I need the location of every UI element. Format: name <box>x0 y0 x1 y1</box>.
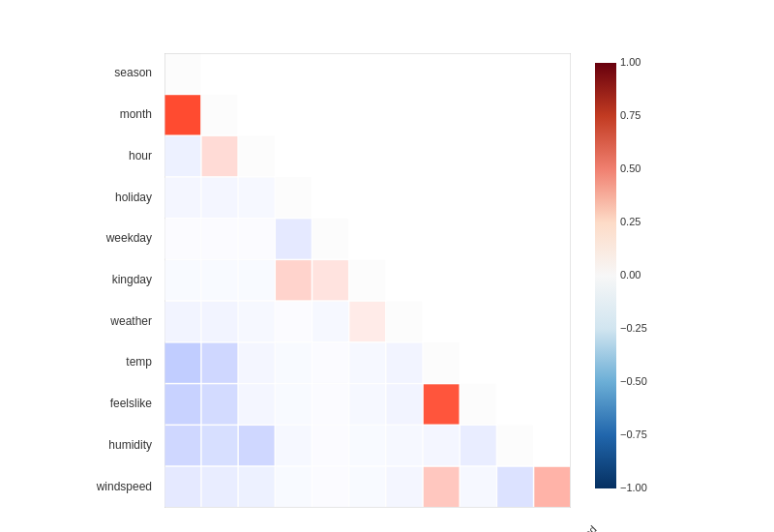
svg-rect-102 <box>424 384 460 424</box>
colorbar-tick-0.75: 0.75 <box>620 109 640 121</box>
colorbar-tick-0.25: 0.25 <box>620 216 640 227</box>
svg-rect-14 <box>313 219 348 259</box>
svg-rect-114 <box>239 467 275 507</box>
svg-rect-107 <box>313 426 348 465</box>
svg-rect-35 <box>423 342 459 383</box>
svg-rect-94 <box>387 343 423 383</box>
svg-rect-115 <box>276 467 312 507</box>
svg-rect-88 <box>165 343 201 383</box>
svg-rect-101 <box>387 384 423 424</box>
svg-rect-54 <box>497 426 533 466</box>
svg-rect-20 <box>349 260 385 301</box>
svg-rect-95 <box>165 384 201 424</box>
svg-rect-98 <box>276 384 312 424</box>
svg-rect-92 <box>313 343 348 383</box>
svg-rect-86 <box>313 302 348 341</box>
svg-rect-103 <box>165 426 201 465</box>
svg-rect-84 <box>239 302 275 341</box>
svg-rect-2 <box>201 95 237 135</box>
svg-rect-97 <box>239 384 275 424</box>
svg-rect-93 <box>349 343 385 383</box>
svg-rect-99 <box>313 384 348 424</box>
y-label-kingday: kingday <box>112 274 152 285</box>
svg-rect-96 <box>202 384 238 424</box>
svg-rect-71 <box>202 178 238 218</box>
svg-rect-79 <box>239 260 275 300</box>
svg-rect-80 <box>276 260 312 300</box>
svg-rect-121 <box>497 467 533 507</box>
svg-rect-9 <box>276 177 312 218</box>
svg-rect-117 <box>349 467 385 507</box>
svg-rect-75 <box>239 219 275 258</box>
svg-rect-87 <box>349 302 385 341</box>
colorbar-tick-−0.25: −0.25 <box>620 322 647 334</box>
svg-rect-0 <box>164 53 200 94</box>
y-label-holiday: holiday <box>115 192 152 203</box>
colorbar-tick-1.00: 1.00 <box>620 56 640 68</box>
svg-rect-44 <box>460 384 495 425</box>
svg-rect-106 <box>276 426 312 465</box>
svg-rect-69 <box>202 136 238 176</box>
svg-rect-72 <box>239 178 275 218</box>
svg-rect-78 <box>202 260 238 300</box>
svg-rect-73 <box>165 219 201 258</box>
svg-rect-119 <box>424 467 460 507</box>
svg-rect-85 <box>276 302 312 341</box>
svg-rect-70 <box>165 178 201 218</box>
colorbar-tick-0.50: 0.50 <box>620 163 640 174</box>
svg-rect-5 <box>238 135 274 176</box>
y-label-feelslike: feelslike <box>110 398 152 409</box>
svg-rect-122 <box>534 467 570 507</box>
chart-container: seasonmonthhourholidayweekdaykingdayweat… <box>0 0 774 532</box>
svg-rect-100 <box>349 384 385 424</box>
svg-rect-91 <box>276 343 312 383</box>
svg-rect-67 <box>165 95 201 134</box>
y-label-month: month <box>120 108 152 120</box>
y-label-season: season <box>114 67 152 78</box>
svg-rect-74 <box>202 219 238 258</box>
svg-rect-90 <box>239 343 275 383</box>
svg-rect-82 <box>165 302 201 341</box>
svg-rect-68 <box>165 136 201 176</box>
svg-rect-109 <box>387 426 423 465</box>
y-label-humidity: humidity <box>108 439 152 451</box>
svg-rect-77 <box>165 260 201 300</box>
svg-rect-76 <box>276 219 312 258</box>
colorbar-tick-0.00: 0.00 <box>620 269 640 281</box>
colorbar-tick-−0.50: −0.50 <box>620 375 647 387</box>
svg-rect-27 <box>386 301 422 341</box>
svg-rect-118 <box>387 467 423 507</box>
y-label-weather: weather <box>110 315 152 327</box>
svg-rect-105 <box>239 426 275 465</box>
colorbar-tick-−1.00: −1.00 <box>620 482 647 493</box>
y-label-weekday: weekday <box>106 232 152 244</box>
svg-rect-108 <box>349 426 385 465</box>
svg-rect-110 <box>424 426 460 465</box>
svg-rect-104 <box>202 426 238 465</box>
svg-rect-83 <box>202 302 238 341</box>
svg-rect-89 <box>202 343 238 383</box>
svg-rect-123 <box>595 63 616 488</box>
colorbar-tick-−0.75: −0.75 <box>620 429 647 440</box>
svg-rect-81 <box>313 260 348 300</box>
heatmap-area <box>164 53 571 508</box>
y-labels: seasonmonthhourholidayweekdaykingdayweat… <box>0 53 160 508</box>
svg-rect-116 <box>313 467 348 507</box>
x-labels-container: seasonmonthhourholidayweekdaykingdayweat… <box>164 513 571 532</box>
svg-rect-112 <box>165 467 201 507</box>
y-label-hour: hour <box>129 150 152 162</box>
y-label-windspeed: windspeed <box>97 481 152 492</box>
colorbar: 1.000.750.500.250.00−0.25−0.50−0.75−1.00 <box>595 53 624 508</box>
y-label-temp: temp <box>126 356 152 368</box>
x-label-windspeed: windspeed <box>554 523 599 532</box>
svg-rect-113 <box>202 467 238 507</box>
svg-rect-120 <box>461 467 496 507</box>
svg-rect-111 <box>461 426 496 465</box>
